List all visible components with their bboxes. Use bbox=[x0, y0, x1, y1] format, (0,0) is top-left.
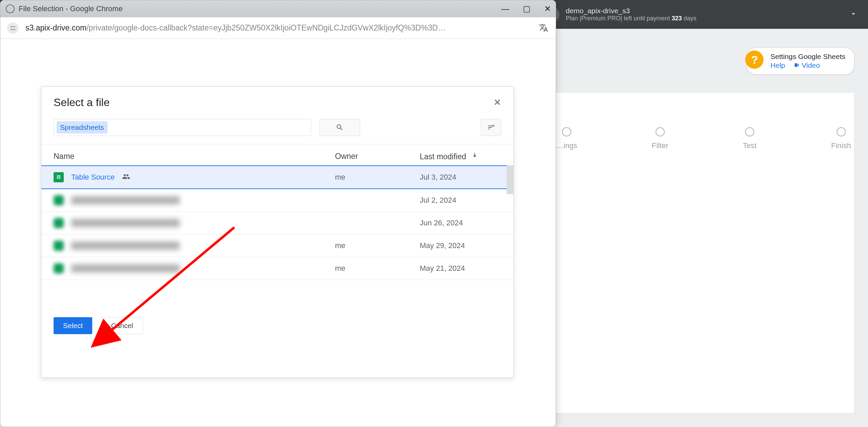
video-icon bbox=[793, 61, 802, 69]
col-name[interactable]: Name bbox=[54, 152, 335, 161]
svg-rect-3 bbox=[11, 29, 13, 30]
file-modified: Jul 3, 2024 bbox=[420, 173, 501, 182]
help-chip: ? Settings Google Sheets Help Video bbox=[746, 47, 854, 75]
sort-icon[interactable]: AZ bbox=[481, 119, 501, 136]
cancel-button[interactable]: Cancel bbox=[101, 317, 143, 334]
step-test[interactable]: Test bbox=[743, 127, 756, 150]
file-name bbox=[71, 196, 180, 204]
file-row[interactable]: Table Source me Jul 3, 2024 bbox=[41, 165, 513, 189]
step-finish[interactable]: Finish bbox=[831, 127, 851, 150]
picker-title: Select a file bbox=[54, 96, 110, 109]
sheets-icon bbox=[54, 195, 64, 205]
svg-point-0 bbox=[11, 26, 12, 27]
col-modified[interactable]: Last modified bbox=[420, 152, 501, 161]
file-modified: May 29, 2024 bbox=[420, 241, 501, 250]
file-name bbox=[71, 264, 180, 272]
chrome-popup-window: File Selection - Google Chrome — ▢ ✕ s3.… bbox=[0, 0, 556, 427]
file-modified: Jul 2, 2024 bbox=[420, 196, 501, 205]
window-minimize-button[interactable]: — bbox=[501, 4, 509, 14]
col-owner[interactable]: Owner bbox=[335, 152, 420, 161]
file-row[interactable]: me May 21, 2024 bbox=[41, 257, 513, 280]
help-link[interactable]: Help bbox=[770, 61, 785, 69]
close-icon[interactable]: ✕ bbox=[494, 97, 501, 108]
chrome-titlebar: File Selection - Google Chrome — ▢ ✕ bbox=[0, 0, 556, 17]
site-settings-icon[interactable] bbox=[7, 22, 19, 34]
file-owner: me bbox=[335, 264, 420, 273]
search-icon[interactable] bbox=[319, 119, 360, 136]
file-owner: me bbox=[335, 241, 420, 250]
window-title: File Selection - Google Chrome bbox=[19, 4, 123, 13]
account-plan: Plan |Premium PRO| left until payment 32… bbox=[566, 15, 696, 22]
google-file-picker: Select a file ✕ Spreadsheets AZ Name Own… bbox=[41, 86, 514, 378]
translate-icon[interactable] bbox=[539, 23, 549, 33]
help-title: Settings Google Sheets bbox=[770, 53, 845, 61]
account-block[interactable]: demo_apix-drive_s3 Plan |Premium PRO| le… bbox=[566, 7, 696, 22]
video-link[interactable]: Video bbox=[802, 61, 820, 69]
step-filter[interactable]: Filter bbox=[652, 127, 668, 150]
select-button[interactable]: Select bbox=[54, 317, 92, 334]
file-modified: Jun 26, 2024 bbox=[420, 219, 501, 227]
window-close-button[interactable]: ✕ bbox=[544, 4, 551, 14]
account-name: demo_apix-drive_s3 bbox=[566, 7, 696, 15]
file-name bbox=[71, 219, 180, 227]
svg-rect-1 bbox=[12, 26, 15, 27]
step-settings[interactable]: …ings bbox=[556, 127, 577, 150]
shared-icon bbox=[122, 172, 130, 182]
globe-icon bbox=[6, 4, 15, 13]
search-filter-chip[interactable]: Spreadsheets bbox=[57, 121, 107, 134]
address-bar[interactable]: s3.apix-drive.com/private/google-docs-ca… bbox=[0, 17, 556, 39]
file-name bbox=[71, 242, 180, 250]
search-text-input[interactable] bbox=[107, 123, 308, 131]
sheets-icon bbox=[54, 263, 64, 273]
file-list: Table Source me Jul 3, 2024 Jul 2, 2024 … bbox=[41, 165, 513, 308]
svg-text:AZ: AZ bbox=[491, 124, 495, 127]
file-row[interactable]: me May 29, 2024 bbox=[41, 235, 513, 257]
search-input[interactable]: Spreadsheets bbox=[54, 119, 311, 136]
window-maximize-button[interactable]: ▢ bbox=[523, 4, 531, 14]
help-icon[interactable]: ? bbox=[745, 50, 764, 69]
file-modified: May 21, 2024 bbox=[420, 264, 501, 273]
sheets-icon bbox=[54, 241, 64, 251]
file-owner: me bbox=[335, 173, 420, 182]
url-text: s3.apix-drive.com/private/google-docs-ca… bbox=[25, 23, 535, 33]
scrollbar[interactable] bbox=[507, 165, 513, 194]
file-name: Table Source bbox=[71, 173, 115, 182]
svg-point-2 bbox=[14, 29, 15, 30]
file-row[interactable]: Jul 2, 2024 bbox=[41, 189, 513, 212]
sheets-icon bbox=[54, 218, 64, 228]
sheets-icon bbox=[54, 172, 64, 182]
sort-descending-icon bbox=[471, 152, 478, 161]
column-headers: Name Owner Last modified bbox=[41, 144, 513, 165]
wizard-stepper: …ings Filter Test Finish bbox=[556, 127, 851, 150]
file-row[interactable]: Jun 26, 2024 bbox=[41, 212, 513, 235]
chevron-down-icon[interactable] bbox=[849, 9, 858, 20]
